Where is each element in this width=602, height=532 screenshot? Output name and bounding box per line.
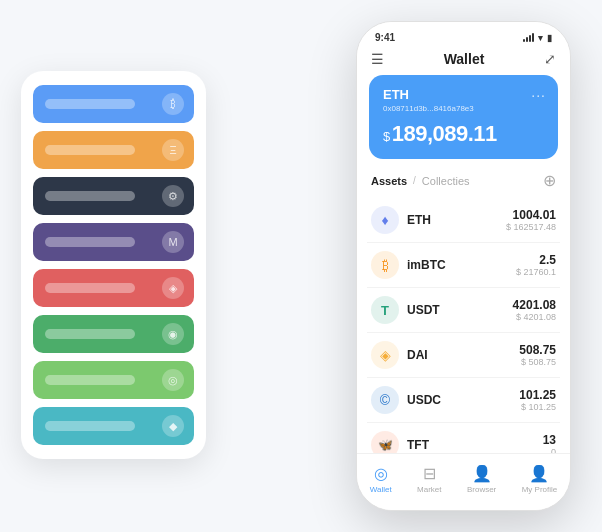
- asset-usd-amount: $ 162517.48: [506, 222, 556, 232]
- asset-main-amount: 508.75: [519, 343, 556, 357]
- card-icon: ⚙: [162, 185, 184, 207]
- eth-wallet-card[interactable]: ETH 0x08711d3b...8416a78e3 $189,089.11 ·…: [369, 75, 558, 159]
- card-icon: ◉: [162, 323, 184, 345]
- dai-icon: ◈: [371, 341, 399, 369]
- eth-icon: ♦: [371, 206, 399, 234]
- asset-name: USDT: [407, 303, 513, 317]
- asset-usd-amount: $ 21760.1: [516, 267, 556, 277]
- asset-usd-amount: $ 508.75: [519, 357, 556, 367]
- card-icon: ◈: [162, 277, 184, 299]
- usdc-icon: ©: [371, 386, 399, 414]
- list-item[interactable]: Ξ: [33, 131, 194, 169]
- asset-amounts: 508.75 $ 508.75: [519, 343, 556, 367]
- tab-assets[interactable]: Assets: [371, 175, 407, 187]
- nav-item-market[interactable]: ⊟ Market: [417, 464, 441, 494]
- battery-icon: ▮: [547, 33, 552, 43]
- asset-amounts: 2.5 $ 21760.1: [516, 253, 556, 277]
- time-display: 9:41: [375, 32, 395, 43]
- list-item[interactable]: ◈: [33, 269, 194, 307]
- wallet-nav-icon: ◎: [374, 464, 388, 483]
- card-text: [45, 375, 135, 385]
- list-item[interactable]: ◎: [33, 361, 194, 399]
- table-row[interactable]: 🦋 TFT 13 0: [367, 423, 560, 453]
- asset-usd-amount: $ 4201.08: [513, 312, 556, 322]
- left-panel: ₿ Ξ ⚙ M ◈ ◉ ◎ ◆: [21, 71, 206, 459]
- table-row[interactable]: T USDT 4201.08 $ 4201.08: [367, 288, 560, 333]
- list-item[interactable]: ◆: [33, 407, 194, 445]
- asset-name: TFT: [407, 438, 543, 452]
- browser-nav-icon: 👤: [472, 464, 492, 483]
- tab-collecties[interactable]: Collecties: [422, 175, 470, 187]
- status-icons: ▾ ▮: [523, 33, 552, 43]
- asset-main-amount: 13: [543, 433, 556, 447]
- asset-list: ♦ ETH 1004.01 $ 162517.48 ₿ imBTC 2.5 $ …: [357, 198, 570, 453]
- card-icon: ◆: [162, 415, 184, 437]
- asset-usd-amount: $ 101.25: [519, 402, 556, 412]
- table-row[interactable]: ◈ DAI 508.75 $ 508.75: [367, 333, 560, 378]
- page-title: Wallet: [444, 51, 485, 67]
- card-icon: ◎: [162, 369, 184, 391]
- signal-icon: [523, 33, 534, 42]
- card-text: [45, 99, 135, 109]
- card-text: [45, 421, 135, 431]
- card-text: [45, 145, 135, 155]
- imbtc-icon: ₿: [371, 251, 399, 279]
- list-item[interactable]: ⚙: [33, 177, 194, 215]
- add-asset-icon[interactable]: ⊕: [543, 171, 556, 190]
- list-item[interactable]: ◉: [33, 315, 194, 353]
- asset-amounts: 1004.01 $ 162517.48: [506, 208, 556, 232]
- wifi-icon: ▾: [538, 33, 543, 43]
- asset-name: DAI: [407, 348, 519, 362]
- card-icon: M: [162, 231, 184, 253]
- card-icon: Ξ: [162, 139, 184, 161]
- asset-name: USDC: [407, 393, 519, 407]
- scene: ₿ Ξ ⚙ M ◈ ◉ ◎ ◆: [11, 11, 591, 521]
- card-options-icon[interactable]: ···: [531, 87, 546, 103]
- balance-amount: 189,089.11: [392, 121, 497, 146]
- asset-name: ETH: [407, 213, 506, 227]
- card-text: [45, 329, 135, 339]
- phone-frame: 9:41 ▾ ▮ ☰ Wallet ⤢ ETH 0x08711d3b...841…: [356, 21, 571, 511]
- asset-main-amount: 2.5: [516, 253, 556, 267]
- nav-item-profile[interactable]: 👤 My Profile: [522, 464, 558, 494]
- usdt-icon: T: [371, 296, 399, 324]
- asset-main-amount: 4201.08: [513, 298, 556, 312]
- card-icon: ₿: [162, 93, 184, 115]
- card-text: [45, 283, 135, 293]
- assets-tabs: Assets / Collecties ⊕: [357, 169, 570, 198]
- card-text: [45, 191, 135, 201]
- asset-amounts: 101.25 $ 101.25: [519, 388, 556, 412]
- balance-currency: $: [383, 129, 390, 144]
- market-nav-icon: ⊟: [423, 464, 436, 483]
- tab-divider: /: [413, 175, 416, 186]
- asset-amounts: 4201.08 $ 4201.08: [513, 298, 556, 322]
- expand-icon[interactable]: ⤢: [544, 51, 556, 67]
- nav-item-wallet[interactable]: ◎ Wallet: [370, 464, 392, 494]
- list-item[interactable]: ₿: [33, 85, 194, 123]
- nav-label-wallet: Wallet: [370, 485, 392, 494]
- nav-label-profile: My Profile: [522, 485, 558, 494]
- profile-nav-icon: 👤: [529, 464, 549, 483]
- nav-label-market: Market: [417, 485, 441, 494]
- nav-label-browser: Browser: [467, 485, 496, 494]
- eth-card-address: 0x08711d3b...8416a78e3: [383, 104, 544, 113]
- eth-card-title: ETH: [383, 87, 544, 102]
- list-item[interactable]: M: [33, 223, 194, 261]
- eth-card-balance: $189,089.11: [383, 121, 544, 147]
- card-text: [45, 237, 135, 247]
- table-row[interactable]: ₿ imBTC 2.5 $ 21760.1: [367, 243, 560, 288]
- nav-item-browser[interactable]: 👤 Browser: [467, 464, 496, 494]
- tft-icon: 🦋: [371, 431, 399, 453]
- asset-main-amount: 1004.01: [506, 208, 556, 222]
- status-bar: 9:41 ▾ ▮: [357, 22, 570, 47]
- app-header: ☰ Wallet ⤢: [357, 47, 570, 75]
- asset-name: imBTC: [407, 258, 516, 272]
- menu-icon[interactable]: ☰: [371, 51, 384, 67]
- table-row[interactable]: ♦ ETH 1004.01 $ 162517.48: [367, 198, 560, 243]
- table-row[interactable]: © USDC 101.25 $ 101.25: [367, 378, 560, 423]
- bottom-navigation: ◎ Wallet ⊟ Market 👤 Browser 👤 My Profile: [357, 453, 570, 510]
- asset-amounts: 13 0: [543, 433, 556, 453]
- tabs-container: Assets / Collecties: [371, 175, 470, 187]
- asset-main-amount: 101.25: [519, 388, 556, 402]
